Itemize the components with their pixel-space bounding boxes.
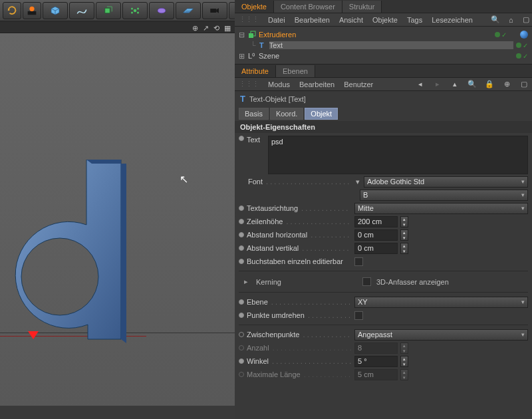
anim-dot[interactable] (239, 206, 244, 211)
angle-input[interactable]: 5 ° (354, 356, 398, 367)
array-button[interactable] (122, 2, 148, 19)
render-check-icon[interactable]: ✓ (523, 53, 528, 60)
svg-point-2 (134, 9, 137, 12)
visibility-dot[interactable] (516, 53, 521, 59)
menu-edit[interactable]: Bearbeiten (295, 16, 330, 24)
text-input[interactable] (268, 136, 528, 174)
tree-label[interactable]: Text (269, 41, 513, 49)
kerning-3d-checkbox[interactable] (362, 277, 371, 286)
new-icon[interactable]: ⊕ (503, 80, 511, 88)
menu-edit-attr[interactable]: Bearbeiten (299, 80, 334, 88)
spinner[interactable] (400, 216, 408, 227)
render-check-icon[interactable]: ✓ (501, 31, 507, 39)
spinner[interactable] (400, 243, 408, 254)
lock-icon[interactable]: 🔒 (485, 80, 493, 88)
menu-objects[interactable]: Objekte (372, 16, 398, 24)
vp-nav2-icon[interactable]: ↗ (203, 24, 209, 31)
hspace-input[interactable]: 0 cm (354, 229, 398, 241)
grip-icon[interactable]: ⋮⋮⋮ (239, 15, 259, 24)
forward-icon[interactable]: ▸ (434, 80, 442, 88)
tab-structure[interactable]: Struktur (342, 1, 382, 13)
expand-icon[interactable]: ⊞ (239, 52, 245, 61)
menu-view[interactable]: Ansicht (339, 16, 363, 24)
menu-file[interactable]: Datei (268, 16, 285, 24)
undo-button[interactable] (3, 2, 21, 19)
menu-bookmarks[interactable]: Lesezeichen (432, 16, 473, 24)
dropdown-icon[interactable]: ▾ (356, 178, 360, 186)
redo-button[interactable] (23, 2, 41, 19)
viewport-panel: ⊕ ↗ ⟲ ▦ ↖ (0, 21, 235, 419)
spinner[interactable] (400, 356, 408, 367)
svg-text:T: T (259, 41, 264, 49)
search-icon[interactable]: 🔍 (468, 80, 476, 88)
vp-nav4-icon[interactable]: ▦ (224, 24, 231, 31)
svg-point-4 (137, 7, 139, 9)
vp-nav3-icon[interactable]: ⟲ (213, 24, 220, 31)
align-select[interactable]: Mitte (354, 203, 528, 214)
font-weight-select[interactable]: B (360, 190, 528, 201)
anim-dot[interactable] (239, 259, 244, 264)
3d-text-object[interactable] (0, 160, 130, 346)
spinner[interactable] (400, 229, 408, 241)
anim-dot[interactable] (239, 332, 244, 337)
tab-layers[interactable]: Ebenen (276, 65, 315, 77)
extrude-icon (248, 31, 256, 39)
render-check-icon[interactable]: ✓ (523, 42, 528, 49)
svg-rect-8 (210, 9, 216, 13)
font-select[interactable]: Adobe Gothic Std (364, 176, 528, 188)
flip-checkbox[interactable] (354, 311, 363, 320)
tab-attributes[interactable]: Attribute (235, 65, 276, 77)
anim-dot[interactable] (239, 136, 244, 141)
menu-user[interactable]: Benutzer (344, 80, 373, 88)
viewport-canvas[interactable]: ↖ (0, 33, 235, 406)
menu-tags[interactable]: Tags (407, 16, 422, 24)
cursor-icon: ↖ (180, 173, 188, 186)
cube-primitive-button[interactable] (43, 2, 68, 19)
expand-icon[interactable]: ▸ (244, 277, 251, 286)
tree-row-text[interactable]: └ T Text ✓ (239, 40, 528, 51)
home-icon[interactable]: ⌂ (509, 16, 513, 24)
grip-icon[interactable]: ⋮⋮⋮ (239, 80, 259, 88)
anim-dot[interactable] (239, 313, 244, 318)
prop-angle: Winkel 5 ° (239, 355, 528, 367)
subtab-coord[interactable]: Koord. (270, 108, 303, 120)
visibility-dot[interactable] (495, 32, 500, 37)
editable-checkbox[interactable] (354, 257, 363, 266)
up-icon[interactable]: ▴ (451, 80, 459, 88)
prop-label: Abstand horizontal (247, 231, 352, 239)
vp-nav1-icon[interactable]: ⊕ (192, 24, 199, 31)
tab-content-browser[interactable]: Content Browser (274, 1, 342, 13)
anim-dot[interactable] (239, 299, 244, 305)
anim-dot[interactable] (239, 232, 244, 237)
generator-button[interactable] (96, 2, 121, 19)
expand-icon[interactable]: ▢ (520, 80, 528, 88)
tree-row-scene[interactable]: ⊞ L⁰ Szene ✓ (239, 51, 528, 61)
menu-mode[interactable]: Modus (268, 80, 290, 88)
expand-icon[interactable]: ▢ (523, 16, 529, 24)
phong-tag-icon[interactable] (520, 31, 528, 39)
spline-button[interactable] (69, 2, 94, 19)
object-title: Text-Objekt [Text] (249, 95, 306, 103)
vspace-input[interactable]: 0 cm (354, 243, 398, 254)
deformer-button[interactable] (149, 2, 174, 19)
subtab-object[interactable]: Objekt (305, 108, 338, 120)
intermediate-select[interactable]: Angepasst (354, 329, 528, 341)
object-manager-tabs: Objekte Content Browser Struktur (235, 0, 532, 13)
tree-row-extrude[interactable]: ⊟ Extrudieren ✓ (239, 29, 528, 40)
search-icon[interactable]: 🔍 (491, 16, 499, 24)
anim-dot[interactable] (239, 358, 244, 364)
collapse-icon[interactable]: ⊟ (239, 31, 245, 39)
plane-select[interactable]: XY (354, 297, 528, 308)
divider (239, 325, 528, 325)
lineheight-input[interactable]: 200 cm (354, 216, 398, 227)
visibility-dot[interactable] (516, 43, 521, 48)
subtab-basic[interactable]: Basis (239, 108, 269, 120)
camera-button[interactable] (202, 2, 227, 19)
anim-dot[interactable] (239, 219, 244, 224)
tree-label[interactable]: Szene (259, 52, 513, 60)
tab-objects[interactable]: Objekte (235, 1, 274, 13)
anim-dot[interactable] (239, 245, 244, 251)
tree-label[interactable]: Extrudieren (259, 31, 492, 39)
back-icon[interactable]: ◂ (416, 80, 424, 88)
floor-button[interactable] (176, 2, 201, 19)
